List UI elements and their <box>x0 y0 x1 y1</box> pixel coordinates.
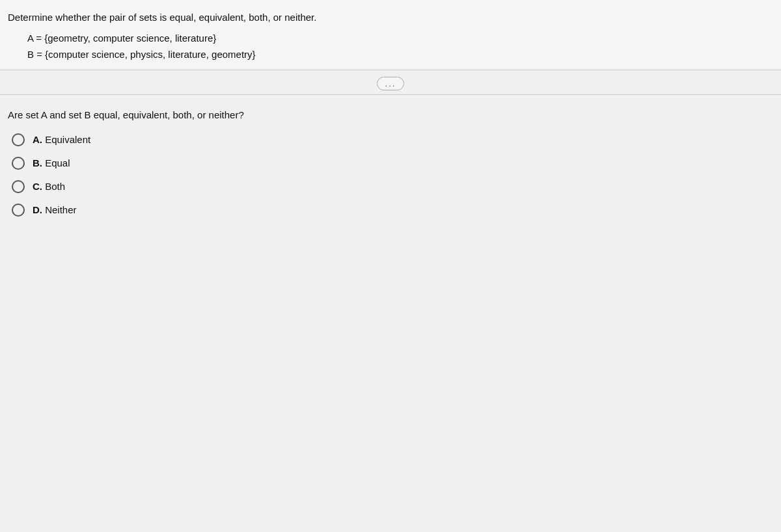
radio-circle-2[interactable] <box>12 157 25 170</box>
option-text-4: Neither <box>45 204 76 215</box>
set-a-definition: A = {geometry, computer science, literat… <box>27 31 768 47</box>
option-label-2: B. Equal <box>33 157 70 168</box>
option-text-2: Equal <box>45 157 70 168</box>
option-item-2[interactable]: B. Equal <box>12 157 768 170</box>
option-letter-4: D. <box>33 204 45 215</box>
option-label-4: D. Neither <box>33 204 77 215</box>
option-item-3[interactable]: C. Both <box>12 180 768 193</box>
question-section: Are set A and set B equal, equivalent, b… <box>0 95 781 228</box>
page-wrapper: Determine whether the pair of sets is eq… <box>0 0 781 532</box>
option-letter-1: A. <box>33 134 45 145</box>
radio-circle-4[interactable] <box>12 204 25 217</box>
option-label-1: A. Equivalent <box>33 134 90 145</box>
ellipsis-button[interactable]: ... <box>377 77 405 90</box>
radio-circle-1[interactable] <box>12 133 25 146</box>
top-section: Determine whether the pair of sets is eq… <box>0 0 781 70</box>
divider-row: ... <box>0 70 781 95</box>
radio-circle-3[interactable] <box>12 180 25 193</box>
instruction-text: Determine whether the pair of sets is eq… <box>8 12 768 23</box>
option-letter-2: B. <box>33 157 45 168</box>
option-text-1: Equivalent <box>45 134 90 145</box>
option-label-3: C. Both <box>33 181 65 192</box>
question-text: Are set A and set B equal, equivalent, b… <box>8 109 768 120</box>
option-text-3: Both <box>45 181 65 192</box>
options-list: A. EquivalentB. EqualC. BothD. Neither <box>12 133 768 217</box>
option-item-4[interactable]: D. Neither <box>12 204 768 217</box>
set-definitions: A = {geometry, computer science, literat… <box>27 31 768 63</box>
option-letter-3: C. <box>33 181 45 192</box>
option-item-1[interactable]: A. Equivalent <box>12 133 768 146</box>
set-b-definition: B = {computer science, physics, literatu… <box>27 47 768 63</box>
